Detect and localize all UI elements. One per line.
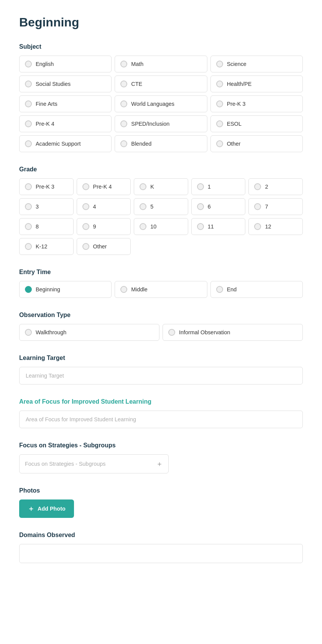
radio-circle	[120, 120, 127, 127]
focus-strategies-dropdown[interactable]: Focus on Strategies - Subgroups ＋	[19, 454, 169, 473]
subject-option[interactable]: Fine Arts	[19, 95, 112, 112]
grade-option-label: K-12	[36, 243, 47, 250]
radio-circle	[140, 203, 146, 210]
grade-option-label: 6	[208, 204, 211, 210]
focus-strategies-section: Focus on Strategies - Subgroups Focus on…	[19, 442, 303, 473]
add-photo-button[interactable]: ＋ Add Photo	[19, 499, 74, 518]
radio-circle	[254, 183, 261, 190]
radio-circle	[25, 183, 32, 190]
photos-section: Photos ＋ Add Photo	[19, 487, 303, 518]
subject-option[interactable]: ESOL	[210, 115, 303, 132]
radio-circle	[25, 140, 32, 147]
subject-option[interactable]: World Languages	[115, 95, 207, 112]
subject-option[interactable]: Science	[210, 56, 303, 72]
learning-target-label: Learning Target	[19, 355, 303, 361]
grade-option-label: 1	[208, 184, 211, 190]
grade-option[interactable]: 2	[248, 178, 303, 195]
subject-option[interactable]: Social Studies	[19, 76, 112, 92]
learning-target-input[interactable]	[19, 367, 303, 384]
domains-observed-box	[19, 544, 303, 563]
subject-option[interactable]: CTE	[115, 76, 207, 92]
subject-label: Subject	[19, 43, 303, 50]
grade-option[interactable]: K	[134, 178, 188, 195]
grade-option-label: Pre-K 3	[36, 184, 54, 190]
domains-observed-section: Domains Observed	[19, 532, 303, 563]
subject-option[interactable]: English	[19, 56, 112, 72]
grade-option[interactable]: 12	[248, 218, 303, 235]
grade-option[interactable]: Other	[77, 238, 131, 255]
radio-circle	[216, 100, 223, 107]
area-of-focus-section: Area of Focus for Improved Student Learn…	[19, 398, 303, 428]
subject-option-label: Science	[227, 61, 246, 67]
grade-option[interactable]: 11	[191, 218, 246, 235]
add-photo-label: Add Photo	[38, 506, 66, 512]
entry-time-option[interactable]: End	[210, 281, 303, 298]
radio-circle	[25, 120, 32, 127]
grade-option[interactable]: 7	[248, 198, 303, 215]
entry-time-option[interactable]: Middle	[115, 281, 207, 298]
area-of-focus-input[interactable]	[19, 411, 303, 428]
radio-circle	[25, 286, 32, 293]
radio-circle	[82, 243, 89, 250]
subject-option-label: English	[36, 61, 54, 67]
grade-option[interactable]: 3	[19, 198, 74, 215]
radio-circle	[197, 183, 204, 190]
subject-option-label: CTE	[131, 81, 142, 87]
subject-option[interactable]: Pre-K 3	[210, 95, 303, 112]
subject-option-label: World Languages	[131, 101, 174, 107]
grade-option-label: K	[150, 184, 154, 190]
subject-option-label: Math	[131, 61, 143, 67]
grade-option[interactable]: K-12	[19, 238, 74, 255]
radio-circle	[140, 183, 146, 190]
grade-label: Grade	[19, 166, 303, 173]
grade-options: Pre-K 3Pre-K 4K123456789101112K-12Other	[19, 178, 303, 255]
subject-section: Subject EnglishMathScienceSocial Studies…	[19, 43, 303, 152]
grade-section: Grade Pre-K 3Pre-K 4K123456789101112K-12…	[19, 166, 303, 255]
radio-circle	[120, 100, 127, 107]
radio-circle	[120, 61, 127, 67]
subject-option[interactable]: Other	[210, 135, 303, 152]
subject-option[interactable]: Blended	[115, 135, 207, 152]
subject-option[interactable]: Math	[115, 56, 207, 72]
grade-option-label: 3	[36, 204, 39, 210]
page-title: Beginning	[19, 15, 303, 30]
grade-option-label: 7	[265, 204, 268, 210]
grade-option-label: 10	[150, 223, 156, 230]
grade-option[interactable]: 4	[77, 198, 131, 215]
radio-circle	[120, 140, 127, 147]
radio-circle	[216, 80, 223, 87]
subject-option[interactable]: Health/PE	[210, 76, 303, 92]
grade-option[interactable]: 9	[77, 218, 131, 235]
subject-option-label: Social Studies	[36, 81, 71, 87]
grade-option[interactable]: 5	[134, 198, 188, 215]
grade-option[interactable]: Pre-K 4	[77, 178, 131, 195]
observation-type-option[interactable]: Informal Observation	[163, 324, 303, 341]
radio-circle	[25, 329, 32, 336]
grade-option[interactable]: 1	[191, 178, 246, 195]
radio-circle	[82, 203, 89, 210]
photos-label: Photos	[19, 487, 303, 494]
observation-type-section: Observation Type WalkthroughInformal Obs…	[19, 312, 303, 341]
entry-time-section: Entry Time BeginningMiddleEnd	[19, 269, 303, 298]
grade-option[interactable]: Pre-K 3	[19, 178, 74, 195]
radio-circle	[82, 223, 89, 230]
entry-time-options: BeginningMiddleEnd	[19, 281, 303, 298]
grade-option[interactable]: 8	[19, 218, 74, 235]
subject-option-label: Blended	[131, 141, 151, 147]
subject-option-label: SPED/Inclusion	[131, 121, 169, 127]
subject-option[interactable]: SPED/Inclusion	[115, 115, 207, 132]
radio-circle	[25, 100, 32, 107]
entry-time-option[interactable]: Beginning	[19, 281, 112, 298]
subject-option[interactable]: Academic Support	[19, 135, 112, 152]
radio-circle	[254, 223, 261, 230]
entry-time-option-label: Beginning	[36, 286, 60, 292]
observation-type-option[interactable]: Walkthrough	[19, 324, 159, 341]
radio-circle	[25, 61, 32, 67]
grade-option[interactable]: 6	[191, 198, 246, 215]
radio-circle	[254, 203, 261, 210]
grade-option[interactable]: 10	[134, 218, 188, 235]
observation-type-option-label: Walkthrough	[36, 329, 66, 335]
subject-option[interactable]: Pre-K 4	[19, 115, 112, 132]
grade-option-label: 12	[265, 223, 271, 230]
entry-time-option-label: Middle	[131, 286, 147, 292]
